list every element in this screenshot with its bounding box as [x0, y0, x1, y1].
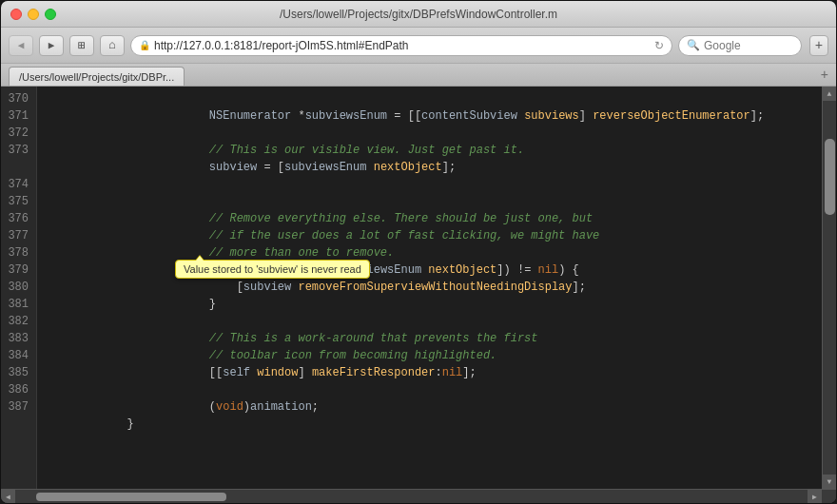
code-line-377: // more than one to remove.: [45, 227, 814, 244]
horizontal-thumb[interactable]: [36, 493, 226, 501]
active-tab[interactable]: /Users/lowell/Projects/gitx/DBPr...: [9, 67, 185, 86]
new-tab-button[interactable]: +: [821, 67, 828, 82]
code-line-tooltip: [45, 159, 814, 176]
code-line-374: [45, 176, 814, 193]
back-button[interactable]: ◀: [9, 35, 33, 56]
scroll-thumb[interactable]: [825, 139, 835, 215]
code-line-372: // This is our visible view. Just get pa…: [45, 125, 814, 142]
code-line-382: // This is a work-around that prevents t…: [45, 313, 814, 330]
scroll-right-arrow[interactable]: ▶: [808, 490, 822, 504]
scroll-down-arrow[interactable]: ▼: [823, 475, 837, 489]
horizontal-track: [15, 490, 808, 503]
lock-icon: 🔒: [139, 40, 150, 50]
forward-button[interactable]: ▶: [39, 35, 64, 56]
code-line-373: subview = [subviewsEnum nextObject];: [45, 142, 814, 159]
tabbar: /Users/lowell/Projects/gitx/DBPr... +: [1, 64, 836, 87]
bottom-bar: ◀ ▶: [1, 489, 836, 503]
home-button[interactable]: ⌂: [100, 35, 125, 56]
address-text: http://127.0.0.1:8181/report-jOIm5S.html…: [154, 39, 651, 52]
code-area: 370 371 372 373 374 375 376 377 378 379 …: [1, 87, 836, 503]
tooltip: Value stored to 'subview' is never read: [175, 260, 370, 279]
close-button[interactable]: [10, 9, 22, 20]
code-line-370: NSEnumerator *subviewsEnum = [[contentSu…: [45, 90, 814, 107]
code-line-378: while ((subview = [subviewsEnum nextObje…: [45, 244, 814, 262]
browser-window: /Users/lowell/Projects/gitx/DBPrefsWindo…: [0, 0, 837, 504]
vertical-scrollbar[interactable]: ▲ ▼: [822, 87, 836, 489]
address-bar[interactable]: 🔒 http://127.0.0.1:8181/report-jOIm5S.ht…: [130, 35, 672, 56]
code-lines: Value stored to 'subview' is never read …: [37, 87, 822, 489]
code-line-386: (void)animation;: [45, 381, 814, 398]
code-line-387: }: [45, 398, 814, 416]
code-line-384: [[self window] makeFirstResponder:nil];: [45, 347, 814, 364]
code-line-383: // toolbar icon from becoming highlighte…: [45, 330, 814, 347]
refresh-button[interactable]: ↻: [654, 39, 664, 52]
tooltip-text: Value stored to 'subview' is never read: [184, 263, 361, 275]
code-line-379: [subview removeFromSuperviewWithoutNeedi…: [45, 262, 814, 279]
search-box[interactable]: 🔍: [678, 35, 802, 56]
tab-label: /Users/lowell/Projects/gitx/DBPr...: [19, 71, 174, 83]
traffic-lights: [10, 9, 56, 20]
code-line-385: [45, 364, 814, 381]
code-line-371: [45, 107, 814, 125]
code-line-376: // if the user does a lot of fast clicki…: [45, 210, 814, 227]
corner-box: [822, 490, 836, 504]
code-scroll: 370 371 372 373 374 375 376 377 378 379 …: [1, 87, 836, 489]
scroll-left-arrow[interactable]: ◀: [1, 490, 15, 504]
search-icon: 🔍: [687, 39, 700, 51]
line-numbers: 370 371 372 373 374 375 376 377 378 379 …: [1, 87, 37, 489]
reader-button[interactable]: ⊞: [69, 35, 94, 56]
scroll-up-arrow[interactable]: ▲: [823, 87, 837, 101]
window-title: /Users/lowell/Projects/gitx/DBPrefsWindo…: [280, 8, 557, 21]
titlebar: /Users/lowell/Projects/gitx/DBPrefsWindo…: [1, 1, 836, 28]
main-content: 370 371 372 373 374 375 376 377 378 379 …: [1, 87, 836, 503]
add-tab-button[interactable]: +: [809, 35, 828, 56]
maximize-button[interactable]: [45, 9, 56, 20]
minimize-button[interactable]: [28, 9, 39, 20]
toolbar: ◀ ▶ ⊞ ⌂ 🔒 http://127.0.0.1:8181/report-j…: [1, 28, 836, 64]
code-line-381: [45, 296, 814, 313]
search-input[interactable]: [704, 39, 793, 52]
code-line-375: // Remove everything else. There should …: [45, 193, 814, 210]
scroll-track: [823, 101, 836, 475]
code-line-380: }: [45, 279, 814, 296]
